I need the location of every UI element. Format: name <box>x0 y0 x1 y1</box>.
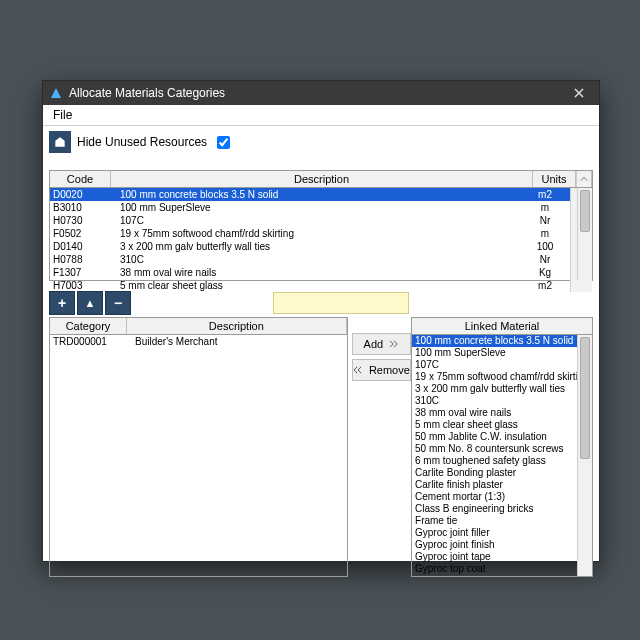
cell-code: H0788 <box>50 253 117 266</box>
close-icon[interactable] <box>565 83 593 103</box>
list-item[interactable]: 38 mm oval wire nails <box>412 407 592 419</box>
cell-description: 38 mm oval wire nails <box>117 266 521 279</box>
list-item[interactable]: Gyproc joint finish <box>412 539 592 551</box>
scrollbar-vertical[interactable] <box>577 188 592 280</box>
cell-description: 19 x 75mm softwood chamf/rdd skirting <box>117 227 521 240</box>
linked-material-panel: Linked Material 100 mm concrete blocks 3… <box>411 317 593 577</box>
table-row[interactable]: H0788310CNr <box>50 253 592 266</box>
cell-description: 107C <box>117 214 521 227</box>
table-row[interactable]: H0730107CNr <box>50 214 592 227</box>
list-item[interactable]: 100 mm SuperSleve <box>412 347 592 359</box>
cell-units: m2 <box>521 188 570 201</box>
window-title: Allocate Materials Categories <box>69 86 225 100</box>
menu-file[interactable]: File <box>47 106 78 124</box>
scrollbar-vertical[interactable] <box>577 335 592 576</box>
table-row[interactable]: H70035 mm clear sheet glassm2 <box>50 279 592 292</box>
cell-code: B3010 <box>50 201 117 214</box>
cell-units: m <box>521 227 570 240</box>
cell-description: 3 x 200 mm galv butterfly wall ties <box>117 240 521 253</box>
list-item[interactable]: 310C <box>412 395 592 407</box>
cell-units: Nr <box>521 214 570 227</box>
add-link-label: Add <box>364 338 384 350</box>
chevron-left-icon <box>353 364 363 376</box>
list-item[interactable]: 50 mm No. 8 countersunk screws <box>412 443 592 455</box>
list-item[interactable]: Class B engineering bricks <box>412 503 592 515</box>
cell-units: m <box>521 201 570 214</box>
resource-icon <box>49 131 71 153</box>
hide-unused-label: Hide Unused Resources <box>77 135 207 149</box>
menubar: File <box>43 105 599 126</box>
list-item[interactable]: 19 x 75mm softwood chamf/rdd skirting <box>412 371 592 383</box>
list-item[interactable]: Frame tie <box>412 515 592 527</box>
move-up-button[interactable]: ▲ <box>77 291 103 315</box>
list-item[interactable]: Gyproc joint tape <box>412 551 592 563</box>
resource-grid: Code Description Units D0020100 mm concr… <box>49 170 593 281</box>
list-item[interactable]: Gyproc joint filler <box>412 527 592 539</box>
remove-button[interactable]: − <box>105 291 131 315</box>
list-item[interactable]: 3 x 200 mm galv butterfly wall ties <box>412 383 592 395</box>
cell-units: m2 <box>521 279 570 292</box>
list-item[interactable]: Linseed oil putty <box>412 575 592 576</box>
search-input[interactable] <box>273 292 409 314</box>
cell-description: 310C <box>117 253 521 266</box>
col-header-code[interactable]: Code <box>50 171 111 187</box>
cell-units: 100 <box>521 240 570 253</box>
toolbar: Hide Unused Resources <box>43 126 599 170</box>
col-header-units[interactable]: Units <box>533 171 576 187</box>
add-link-button[interactable]: Add <box>352 333 411 355</box>
chevron-right-icon <box>389 338 399 350</box>
cell-code: F0502 <box>50 227 117 240</box>
hide-unused-checkbox[interactable] <box>217 136 230 149</box>
table-row[interactable]: TRD000001Builder's Merchant <box>50 335 347 348</box>
list-item[interactable]: 50 mm Jablite C.W. insulation <box>412 431 592 443</box>
category-toolbar: + ▲ − <box>49 291 593 315</box>
list-item[interactable]: Carlite finish plaster <box>412 479 592 491</box>
dialog-allocate-materials: Allocate Materials Categories File Hide … <box>42 80 600 562</box>
cell-description: 100 mm concrete blocks 3.5 N solid <box>117 188 521 201</box>
list-item[interactable]: 107C <box>412 359 592 371</box>
table-row[interactable]: F130738 mm oval wire nailsKg <box>50 266 592 279</box>
list-item[interactable]: Cement mortar (1:3) <box>412 491 592 503</box>
cell-category: TRD000001 <box>50 335 132 348</box>
list-item[interactable]: 6 mm toughened safety glass <box>412 455 592 467</box>
table-row[interactable]: B3010100 mm SuperSlevem <box>50 201 592 214</box>
add-button[interactable]: + <box>49 291 75 315</box>
list-item[interactable]: Gyproc top coat <box>412 563 592 575</box>
col-header-category[interactable]: Category <box>50 318 127 334</box>
cell-code: H7003 <box>50 279 117 292</box>
category-grid: Category Description TRD000001Builder's … <box>49 317 348 577</box>
list-item[interactable]: 5 mm clear sheet glass <box>412 419 592 431</box>
app-icon <box>49 86 63 100</box>
cell-code: H0730 <box>50 214 117 227</box>
col-header-description[interactable]: Description <box>111 171 533 187</box>
cell-description: 100 mm SuperSleve <box>117 201 521 214</box>
cell-units: Nr <box>521 253 570 266</box>
cell-code: D0020 <box>50 188 117 201</box>
list-item[interactable]: Carlite Bonding plaster <box>412 467 592 479</box>
cell-code: F1307 <box>50 266 117 279</box>
table-row[interactable]: D0020100 mm concrete blocks 3.5 N solidm… <box>50 188 592 201</box>
col-header-cat-description[interactable]: Description <box>127 318 347 334</box>
chevron-up-icon[interactable] <box>576 171 592 187</box>
table-row[interactable]: F050219 x 75mm softwood chamf/rdd skirti… <box>50 227 592 240</box>
remove-link-label: Remove <box>369 364 410 376</box>
remove-link-button[interactable]: Remove <box>352 359 411 381</box>
cell-description: 5 mm clear sheet glass <box>117 279 521 292</box>
titlebar[interactable]: Allocate Materials Categories <box>43 81 599 105</box>
cell-cat-description: Builder's Merchant <box>132 335 347 348</box>
col-header-linked-material[interactable]: Linked Material <box>412 318 592 335</box>
cell-code: D0140 <box>50 240 117 253</box>
list-item[interactable]: 100 mm concrete blocks 3.5 N solid <box>412 335 592 347</box>
cell-units: Kg <box>521 266 570 279</box>
table-row[interactable]: D01403 x 200 mm galv butterfly wall ties… <box>50 240 592 253</box>
